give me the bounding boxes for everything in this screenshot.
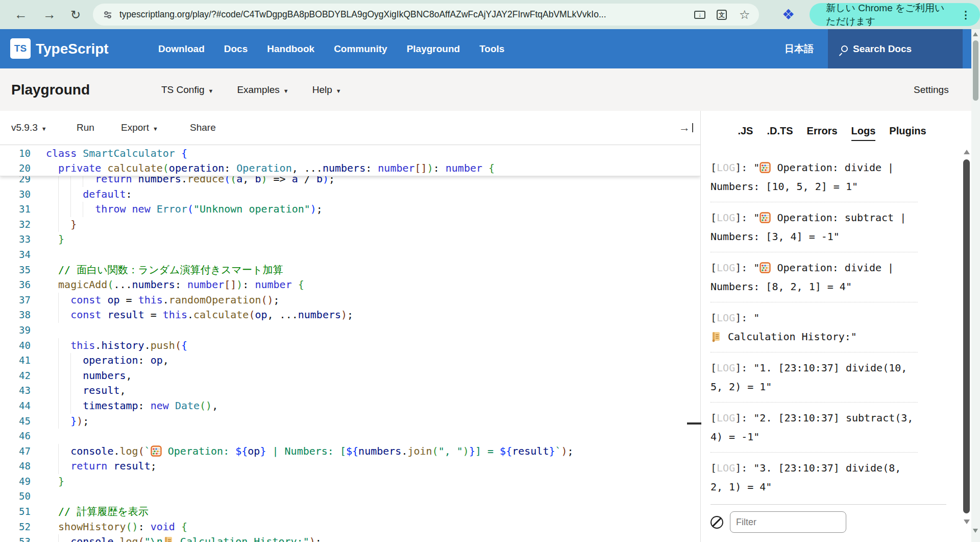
nav-link-playground[interactable]: Playground xyxy=(407,43,460,55)
search-docs-button[interactable]: Search Docs xyxy=(828,29,963,68)
share-button[interactable]: Share xyxy=(190,111,216,145)
translate-icon[interactable]: 文 xyxy=(717,4,727,26)
chevron-down-icon: ▼ xyxy=(283,88,289,94)
typescript-playground-window: ← → ↻ typescriptlang.org/play/?#code/C4T… xyxy=(0,0,980,542)
code-line[interactable]: 10class SmartCalculator { xyxy=(0,146,700,161)
forward-icon[interactable]: → xyxy=(43,0,56,29)
line-number: 41 xyxy=(0,353,31,368)
chrome-update-text: 新しい Chrome をご利用いただけます xyxy=(826,2,951,28)
log-entry: [LOG]: "3. [23:10:37] divide(8, 2, 1) = … xyxy=(710,459,918,502)
chevron-down-icon: ▼ xyxy=(41,126,47,132)
tab-js[interactable]: .JS xyxy=(738,125,753,141)
version-dropdown[interactable]: v5.9.3▼ xyxy=(11,111,47,145)
code-line[interactable]: 50 xyxy=(0,489,700,504)
line-number: 47 xyxy=(0,444,31,459)
log-filter-row xyxy=(710,504,946,533)
menu-ts-config[interactable]: TS Config▼ xyxy=(161,84,213,96)
code-line[interactable]: 20 private calculate(operation: Operatio… xyxy=(0,161,700,176)
nav-link-tools[interactable]: Tools xyxy=(479,43,504,55)
line-number: 33 xyxy=(0,232,31,247)
scrollbar-up-icon[interactable] xyxy=(973,32,978,36)
code-line[interactable]: 40 this.history.push({ xyxy=(0,338,700,354)
abacus-icon xyxy=(760,262,771,273)
code-line[interactable]: 53 console.log("\n Calculation History:"… xyxy=(0,534,700,542)
code-line[interactable]: 46 xyxy=(0,429,700,444)
abacus-icon xyxy=(151,445,162,457)
code-line[interactable]: 38 const result = this.calculate(op, ...… xyxy=(0,308,700,323)
bookmark-star-icon[interactable]: ☆ xyxy=(739,4,750,26)
install-app-icon[interactable]: ↓ xyxy=(694,4,705,26)
address-bar[interactable]: typescriptlang.org/play/?#code/C4TwDgpgB… xyxy=(93,4,759,26)
code-line[interactable]: 35 // 面白い関数：ランダム演算付きスマート加算 xyxy=(0,263,700,278)
code-line[interactable]: 48 return result; xyxy=(0,459,700,474)
code-line[interactable]: 42 numbers, xyxy=(0,368,700,384)
reload-icon[interactable]: ↻ xyxy=(70,0,81,29)
url-text[interactable]: typescriptlang.org/play/?#code/C4TwDgpgB… xyxy=(119,9,691,20)
typescript-logo[interactable]: TS xyxy=(10,38,31,59)
settings-button[interactable]: Settings xyxy=(914,68,949,111)
nav-link-handbook[interactable]: Handbook xyxy=(267,43,314,55)
collapse-sidebar-arrow-icon[interactable]: → xyxy=(679,111,693,145)
code-line[interactable]: 32 } xyxy=(0,217,700,232)
log-list: [LOG]: " Operation: divide | Numbers: [1… xyxy=(710,158,918,508)
code-line[interactable]: 33 } xyxy=(0,232,700,247)
sticky-scroll-lines[interactable]: 10class SmartCalculator {20 private calc… xyxy=(0,145,700,176)
site-info-tune-icon[interactable] xyxy=(103,10,112,19)
code-editor[interactable]: 29 return numbers.reduce((a, b) => a / b… xyxy=(0,145,700,542)
log-entry: [LOG]: " Operation: subtract | Numbers: … xyxy=(710,208,918,252)
logs-scrollbar-up-icon[interactable] xyxy=(964,150,970,154)
scrollbar-down-icon[interactable] xyxy=(973,529,978,533)
code-line[interactable]: 44 timestamp: new Date(), xyxy=(0,398,700,414)
extension-icon[interactable]: ❖ xyxy=(782,0,795,29)
line-number: 10 xyxy=(0,146,31,161)
tab-plugins[interactable]: Plugins xyxy=(889,125,926,141)
tab-errors[interactable]: Errors xyxy=(807,125,838,141)
export-dropdown[interactable]: Export▼ xyxy=(121,111,158,145)
code-line[interactable]: 51 // 計算履歴を表示 xyxy=(0,504,700,520)
line-number: 50 xyxy=(0,489,31,504)
chrome-update-pill[interactable]: 新しい Chrome をご利用いただけます ⋮ xyxy=(810,3,980,26)
scrollbar-thumb[interactable] xyxy=(973,40,978,101)
filter-input[interactable] xyxy=(730,511,846,533)
code-line[interactable]: 52 showHistory(): void { xyxy=(0,520,700,535)
code-lines[interactable]: 29 return numbers.reduce((a, b) => a / b… xyxy=(0,172,700,542)
code-line[interactable]: 39 xyxy=(0,323,700,338)
code-line[interactable]: 45 }); xyxy=(0,414,700,429)
code-line[interactable]: 34 xyxy=(0,247,700,263)
log-entry: [LOG]: "2. [23:10:37] subtract(3, 4) = -… xyxy=(710,409,918,453)
search-docs-label: Search Docs xyxy=(853,43,912,55)
logs-scrollbar-thumb[interactable] xyxy=(963,159,970,513)
line-number: 31 xyxy=(0,202,31,217)
line-number: 49 xyxy=(0,474,31,489)
menu-examples[interactable]: Examples▼ xyxy=(237,84,288,96)
clear-logs-icon[interactable] xyxy=(710,516,723,529)
browser-menu-icon[interactable]: ⋮ xyxy=(961,9,971,21)
code-line[interactable]: 47 console.log(` Operation: ${op} | Numb… xyxy=(0,444,700,459)
page-scrollbar[interactable] xyxy=(971,29,980,542)
code-line[interactable]: 41 operation: op, xyxy=(0,353,700,368)
language-link[interactable]: 日本語 xyxy=(785,29,814,68)
line-number: 37 xyxy=(0,293,31,308)
code-line[interactable]: 31 throw new Error("Unknown operation"); xyxy=(0,202,700,217)
tab-d.ts[interactable]: .D.TS xyxy=(767,125,793,141)
nav-link-download[interactable]: Download xyxy=(158,43,205,55)
code-line[interactable]: 30 default: xyxy=(0,187,700,202)
line-number: 38 xyxy=(0,308,31,323)
brand-title[interactable]: TypeScript xyxy=(36,29,109,68)
site-header: TS TypeScript DownloadDocsHandbookCommun… xyxy=(0,29,980,68)
code-line[interactable]: 49 } xyxy=(0,474,700,489)
back-icon[interactable]: ← xyxy=(14,0,28,29)
nav-link-community[interactable]: Community xyxy=(334,43,387,55)
log-entry: [LOG]: " Operation: divide | Numbers: [8… xyxy=(710,258,918,302)
tab-logs[interactable]: Logs xyxy=(851,125,876,141)
code-line[interactable]: 43 result, xyxy=(0,383,700,398)
nav-link-docs[interactable]: Docs xyxy=(224,43,248,55)
logs-scrollbar-down-icon[interactable] xyxy=(964,520,970,524)
menu-help[interactable]: Help▼ xyxy=(312,84,341,96)
line-number: 48 xyxy=(0,459,31,474)
line-number: 43 xyxy=(0,383,31,398)
code-line[interactable]: 36 magicAdd(...numbers: number[]): numbe… xyxy=(0,277,700,293)
run-button[interactable]: Run xyxy=(77,111,94,145)
code-line[interactable]: 37 const op = this.randomOperation(); xyxy=(0,293,700,308)
abacus-icon xyxy=(760,162,771,173)
